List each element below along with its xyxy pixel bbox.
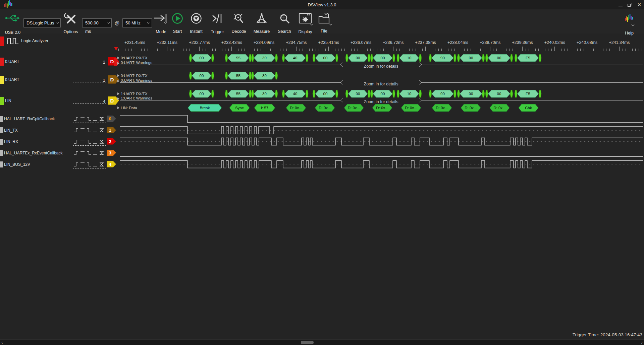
waveform-ch1 bbox=[120, 127, 643, 134]
mode-icon bbox=[153, 13, 169, 24]
scrollbar-handle[interactable] bbox=[301, 341, 314, 344]
channel-badge[interactable]: 4 bbox=[107, 161, 116, 167]
decode-bubble bbox=[315, 54, 335, 62]
decode-bubble bbox=[488, 90, 510, 97]
chevron-down-icon bbox=[107, 22, 110, 24]
duration-select[interactable]: 500.00 ms bbox=[82, 18, 112, 27]
decode-button[interactable]: Decode bbox=[232, 12, 246, 26]
decode-bubble bbox=[432, 104, 452, 112]
scroll-left-icon[interactable]: ‹ bbox=[1, 340, 3, 345]
scroll-right-icon[interactable]: › bbox=[641, 340, 643, 345]
decode-bubble bbox=[517, 90, 539, 97]
instant-icon bbox=[190, 12, 202, 24]
bit-marker bbox=[485, 90, 488, 97]
channel-row-4[interactable]: LIN_BUS_12V 4 bbox=[0, 160, 119, 169]
channel-badge[interactable]: 2 bbox=[107, 138, 116, 145]
bit-marker bbox=[397, 90, 399, 97]
decoder-row-uart0-tx[interactable]: 0:UART 1 D bbox=[0, 75, 119, 84]
restore-button[interactable] bbox=[626, 1, 634, 8]
decode-bubble bbox=[460, 54, 482, 62]
channel-row-3[interactable]: HAL_UARTEx_RxEventCallback 3 bbox=[0, 149, 119, 157]
decoder-row-lin[interactable]: LIN 4 D bbox=[0, 96, 119, 105]
trigger-edge-icons[interactable] bbox=[73, 139, 105, 144]
duration-select-value: 500.00 ms bbox=[85, 20, 99, 34]
bit-marker bbox=[249, 72, 252, 79]
measure-button[interactable]: Measure bbox=[254, 12, 269, 26]
decode-bubble bbox=[348, 90, 368, 97]
device-select[interactable]: DSLogic PLus bbox=[23, 18, 61, 27]
channel-badge[interactable]: 0 bbox=[107, 116, 116, 122]
decoder-tag[interactable]: D bbox=[108, 96, 119, 105]
decode-bubble-text: 00 bbox=[323, 56, 328, 60]
bit-marker bbox=[370, 54, 373, 62]
trigger-edge-icons[interactable] bbox=[73, 150, 105, 156]
waveform-canvas: +231.45ms+232.11ms+232.77ms+233.43ms+234… bbox=[0, 0, 644, 345]
titlebar: DSView v1.3.0 × bbox=[0, 0, 644, 9]
channel-row-2[interactable]: LIN_RX 2 bbox=[0, 137, 119, 146]
bit-marker bbox=[368, 90, 370, 97]
decode-bubble-text: D: 0x... bbox=[376, 106, 388, 110]
window-title: DSView v1.3.0 bbox=[0, 2, 644, 7]
mode-button[interactable]: Mode bbox=[153, 13, 169, 25]
decode-bubble-text: 00 bbox=[356, 92, 360, 96]
bit-marker bbox=[392, 54, 395, 62]
decode-bubble bbox=[432, 54, 453, 62]
device-select-value: DSLogic PLus bbox=[26, 20, 54, 25]
channel-color-block bbox=[0, 127, 3, 133]
horizontal-scrollbar[interactable]: ‹ › bbox=[0, 339, 644, 345]
channel-color-block bbox=[0, 97, 4, 105]
search-label: Search bbox=[278, 29, 291, 34]
start-icon bbox=[171, 12, 183, 24]
decode-bubble-text: 40 bbox=[293, 92, 298, 96]
search-button[interactable]: Search bbox=[278, 12, 291, 26]
options-button[interactable]: Options bbox=[62, 13, 79, 26]
trigger-edge-icons[interactable] bbox=[73, 116, 105, 122]
display-button[interactable]: Display bbox=[299, 13, 312, 25]
channel-badge[interactable]: 1 bbox=[107, 127, 116, 133]
trigger-button[interactable]: Trigger bbox=[211, 13, 224, 25]
start-label: Start bbox=[173, 29, 182, 34]
decode-bubble bbox=[517, 54, 539, 62]
bit-marker bbox=[515, 90, 517, 97]
decode-bubble-text: 00 bbox=[381, 92, 385, 96]
decode-bubble-text: 00 bbox=[200, 74, 204, 78]
bit-marker bbox=[429, 54, 432, 62]
close-button[interactable]: × bbox=[635, 1, 643, 8]
trigger-time: Trigger Time: 2024-05-03 16:47:43 bbox=[573, 332, 642, 337]
at-symbol: @ bbox=[115, 20, 119, 26]
decode-bubble-text: D: 0x... bbox=[348, 106, 360, 110]
minimize-button[interactable] bbox=[616, 1, 625, 8]
session-tab-label[interactable]: Logic Analyzer bbox=[21, 39, 48, 43]
decode-bubble-text: Sync bbox=[235, 106, 244, 110]
help-logo-icon bbox=[624, 14, 634, 23]
bit-marker bbox=[515, 54, 517, 62]
decode-bubble-text: 10 bbox=[407, 92, 412, 96]
divider bbox=[73, 157, 106, 157]
bit-marker bbox=[251, 72, 254, 79]
decoder-row-uart0-rx[interactable]: 0:UART 2 D bbox=[0, 57, 119, 66]
decode-bubble bbox=[373, 90, 392, 97]
trigger-edge-icons[interactable] bbox=[73, 162, 105, 167]
decode-bubble bbox=[229, 104, 250, 112]
samplerate-select[interactable]: 50 MHz bbox=[122, 18, 152, 27]
channel-row-1[interactable]: LIN_TX 1 bbox=[0, 126, 119, 135]
channel-row-0[interactable]: HAL_UART_RxCpltCallback 0 bbox=[0, 115, 119, 123]
trigger-edge-icons[interactable] bbox=[73, 128, 105, 133]
file-button[interactable]: File bbox=[317, 12, 331, 26]
decode-bubble bbox=[228, 90, 249, 97]
chevron-down-icon bbox=[310, 23, 313, 25]
decode-bubble bbox=[315, 90, 335, 97]
help-button[interactable]: Help bbox=[623, 14, 635, 24]
decode-bubble bbox=[432, 90, 453, 97]
bracket-right bbox=[419, 62, 422, 67]
decode-bubble bbox=[460, 90, 482, 97]
usb-icon bbox=[5, 13, 20, 23]
decoder-tag[interactable]: D bbox=[108, 75, 119, 84]
measure-icon bbox=[254, 12, 269, 24]
decoder-tag[interactable]: D bbox=[108, 57, 119, 66]
start-button[interactable]: Start bbox=[171, 12, 183, 26]
instant-button[interactable]: Instant bbox=[190, 12, 202, 26]
session-tabbar: Logic Analyzer bbox=[0, 33, 644, 50]
divider bbox=[73, 134, 106, 134]
channel-badge[interactable]: 3 bbox=[107, 150, 116, 156]
